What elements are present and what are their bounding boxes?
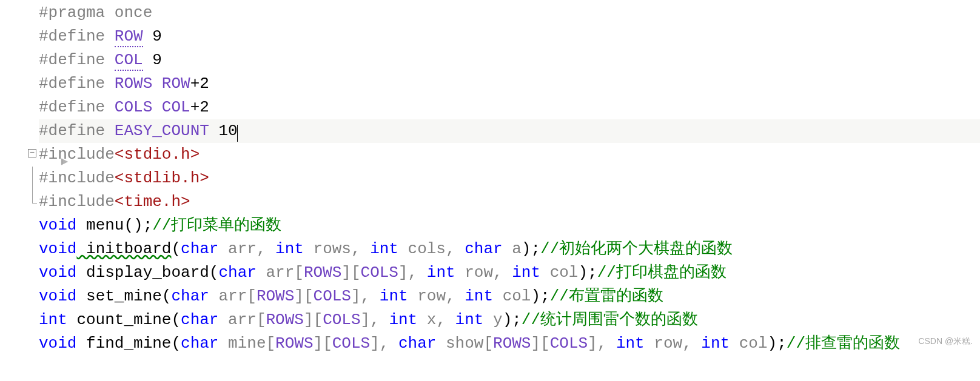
code-line: void initboard(char arr, int rows, int c… xyxy=(0,237,980,261)
code-line: void set_mine(char arr[ROWS][COLS], int … xyxy=(0,285,980,308)
param: show[ xyxy=(436,334,493,353)
function-name: display_board xyxy=(76,263,209,282)
punct: ( xyxy=(171,334,181,353)
code-line: #define COLS COL+2 xyxy=(0,96,980,119)
macro-ref: COLS xyxy=(314,287,351,305)
function-name: find_mine xyxy=(76,334,171,353)
param: row, xyxy=(455,263,512,282)
macro-value: 9 xyxy=(143,27,162,45)
code-line: #pragma once xyxy=(0,1,980,25)
punct: ][ xyxy=(294,287,313,305)
punct: ( xyxy=(209,263,219,282)
param: col xyxy=(730,334,767,353)
code-line: void find_mine(char mine[ROWS][COLS], ch… xyxy=(0,332,980,356)
macro-name: EASY_COUNT xyxy=(115,122,209,140)
fold-guide-icon xyxy=(32,167,33,190)
punct: ][ xyxy=(314,334,332,353)
comment: //统计周围雷个数的函数 xyxy=(522,311,698,329)
macro-ref: ROWS xyxy=(257,287,294,305)
preprocessor: #pragma once xyxy=(39,4,152,22)
code-line: − #include<stdio.h> xyxy=(0,143,980,167)
macro-value: +2 xyxy=(190,75,209,93)
macro-name: COLS xyxy=(115,98,152,116)
type: char xyxy=(181,311,218,329)
type: int xyxy=(701,334,730,353)
macro-ref: COLS xyxy=(361,263,398,282)
macro-value: 9 xyxy=(143,51,162,69)
type: int xyxy=(427,263,455,282)
type: char xyxy=(171,287,209,305)
punct: ( xyxy=(171,240,181,258)
macro-ref: ROWS xyxy=(304,263,341,282)
macro-name: ROW xyxy=(115,27,143,47)
param: col xyxy=(540,263,578,282)
param: row, xyxy=(645,334,702,353)
macro-value: +2 xyxy=(190,98,209,116)
keyword: int xyxy=(39,311,67,329)
macro-ref: COLS xyxy=(332,334,370,353)
type: char xyxy=(181,240,218,258)
punct: ); xyxy=(522,240,540,258)
comment: //布置雷的函数 xyxy=(550,287,663,305)
punct: ], xyxy=(370,334,398,353)
preprocessor: #define xyxy=(39,122,115,140)
keyword: void xyxy=(39,263,76,282)
fold-toggle-icon[interactable]: − xyxy=(28,149,36,157)
type: int xyxy=(275,240,304,258)
macro-name: ROWS xyxy=(115,75,152,93)
type: int xyxy=(380,287,408,305)
type: char xyxy=(398,334,436,353)
punct: ); xyxy=(531,287,549,305)
function-name: menu xyxy=(76,216,124,234)
fold-guide-end-icon xyxy=(32,190,33,204)
keyword: void xyxy=(39,334,76,353)
keyword: void xyxy=(39,287,76,305)
preprocessor: #define xyxy=(39,98,115,116)
param: col xyxy=(493,287,531,305)
param: arr, xyxy=(218,240,275,258)
keyword: void xyxy=(39,216,76,234)
type: int xyxy=(370,240,398,258)
param: row, xyxy=(408,287,465,305)
param: arr[ xyxy=(257,263,304,282)
type: int xyxy=(455,311,484,329)
keyword: void xyxy=(39,240,76,258)
punct: ], xyxy=(351,287,380,305)
type: int xyxy=(616,334,645,353)
punct: ][ xyxy=(341,263,360,282)
type: char xyxy=(181,334,218,353)
code-line: #include<stdlib.h> xyxy=(0,167,980,190)
punct: ( xyxy=(162,287,172,305)
macro-ref: ROWS xyxy=(266,311,304,329)
include-header: <stdlib.h> xyxy=(115,169,209,187)
macro-ref: COL xyxy=(152,98,190,116)
type: char xyxy=(218,263,256,282)
punct: ); xyxy=(768,334,787,353)
include-header: <time.h> xyxy=(115,193,190,211)
type: int xyxy=(512,263,540,282)
param: y xyxy=(483,311,502,329)
macro-ref: ROWS xyxy=(493,334,531,353)
macro-ref: COLS xyxy=(323,311,360,329)
code-line-current: #define EASY_COUNT 10 xyxy=(0,119,980,143)
signature: (); xyxy=(124,216,152,234)
punct: ); xyxy=(503,311,522,329)
preprocessor: #include xyxy=(39,193,115,211)
function-name: set_mine xyxy=(76,287,161,305)
preprocessor: #include xyxy=(39,169,115,187)
param: rows, xyxy=(304,240,370,258)
param: mine[ xyxy=(218,334,275,353)
function-name: count_mine xyxy=(67,311,172,329)
punct: ][ xyxy=(304,311,323,329)
macro-name: COL xyxy=(115,51,143,71)
param: arr[ xyxy=(209,287,257,305)
comment: //初始化两个大棋盘的函数 xyxy=(540,240,733,258)
comment: //打印棋盘的函数 xyxy=(597,263,727,282)
preprocessor: #include xyxy=(39,145,115,164)
punct: ][ xyxy=(531,334,549,353)
code-line: int count_mine(char arr[ROWS][COLS], int… xyxy=(0,308,980,332)
param: x, xyxy=(417,311,455,329)
preprocessor: #define xyxy=(39,51,115,69)
code-line: #define ROW 9 xyxy=(0,25,980,48)
breakpoint-indicator-icon[interactable] xyxy=(4,127,12,135)
